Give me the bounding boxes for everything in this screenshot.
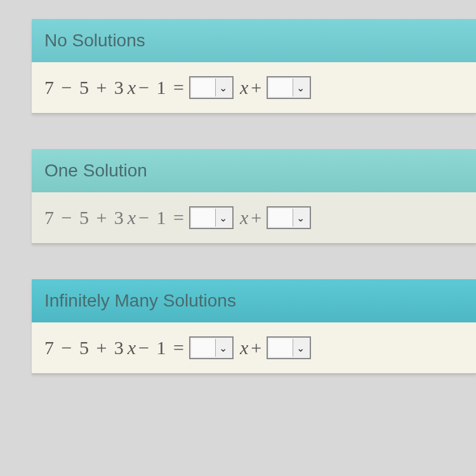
chevron-down-icon: ⌄: [296, 82, 305, 94]
coefficient-dropdown[interactable]: ⌄: [189, 336, 234, 359]
equation-variable: x: [240, 337, 248, 359]
equation-left-side: 7 − 5 + 3: [44, 337, 125, 359]
equation-variable: x: [128, 337, 136, 359]
section-one-solution: One Solution 7 − 5 + 3 x − 1 = ⌄ x + ⌄: [32, 149, 476, 244]
equation-plus: +: [251, 77, 263, 98]
equation-left-side: 7 − 5 + 3: [44, 77, 125, 98]
equation-variable: x: [240, 77, 248, 98]
equation-row: 7 − 5 + 3 x − 1 = ⌄ x + ⌄: [32, 62, 476, 114]
coefficient-dropdown[interactable]: ⌄: [189, 76, 234, 99]
constant-dropdown[interactable]: ⌄: [267, 336, 311, 359]
section-header: One Solution: [32, 149, 476, 192]
equation-variable: x: [240, 207, 248, 228]
section-no-solutions: No Solutions 7 − 5 + 3 x − 1 = ⌄ x + ⌄: [32, 19, 476, 114]
section-title: One Solution: [44, 161, 147, 180]
equation-variable: x: [128, 207, 136, 228]
equation-mid: − 1 =: [138, 207, 185, 228]
section-header: Infinitely Many Solutions: [32, 279, 476, 322]
section-title: No Solutions: [44, 30, 145, 50]
section-title: Infinitely Many Solutions: [44, 291, 236, 310]
chevron-down-icon: ⌄: [219, 342, 227, 354]
chevron-down-icon: ⌄: [219, 82, 227, 94]
equation-row: 7 − 5 + 3 x − 1 = ⌄ x + ⌄: [32, 322, 476, 374]
section-header: No Solutions: [32, 19, 476, 62]
constant-dropdown[interactable]: ⌄: [267, 206, 311, 229]
coefficient-dropdown[interactable]: ⌄: [189, 206, 234, 229]
equation-variable: x: [128, 77, 136, 98]
chevron-down-icon: ⌄: [296, 342, 305, 354]
equation-plus: +: [251, 337, 263, 359]
equation-plus: +: [251, 207, 263, 228]
chevron-down-icon: ⌄: [296, 212, 305, 224]
equation-mid: − 1 =: [138, 337, 185, 359]
section-infinitely-many: Infinitely Many Solutions 7 − 5 + 3 x − …: [32, 279, 476, 374]
chevron-down-icon: ⌄: [219, 212, 227, 224]
equation-mid: − 1 =: [138, 77, 185, 98]
equation-left-side: 7 − 5 + 3: [44, 207, 125, 228]
constant-dropdown[interactable]: ⌄: [267, 76, 311, 99]
equation-row: 7 − 5 + 3 x − 1 = ⌄ x + ⌄: [32, 192, 476, 244]
